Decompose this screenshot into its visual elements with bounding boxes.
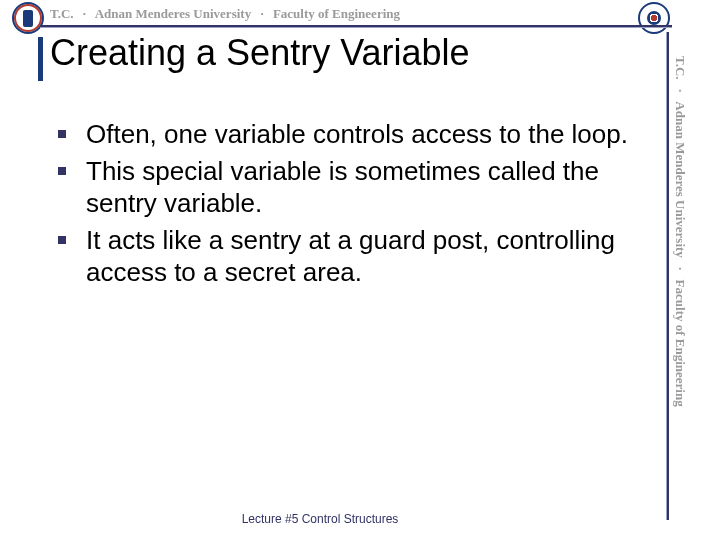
slide-body: Often, one variable controls access to t…: [58, 118, 640, 293]
right-divider: [667, 32, 669, 520]
list-item: It acts like a sentry at a guard post, c…: [58, 224, 640, 289]
banner-tc-side: T.C.: [673, 56, 688, 80]
square-bullet-icon: [58, 236, 66, 244]
banner-university-side: Adnan Menderes University: [673, 101, 688, 257]
bullet-text: This special variable is sometimes calle…: [86, 156, 599, 219]
square-bullet-icon: [58, 130, 66, 138]
list-item: Often, one variable controls access to t…: [58, 118, 640, 151]
slide-title: Creating a Sentry Variable: [50, 32, 650, 74]
title-accent-bar: [38, 37, 43, 81]
separator-icon: ·: [260, 6, 263, 21]
banner-faculty: Faculty of Engineering: [273, 6, 400, 21]
university-seal-icon: [12, 2, 44, 34]
square-bullet-icon: [58, 167, 66, 175]
banner-tc: T.C.: [50, 6, 74, 21]
right-banner: T.C. · Adnan Menderes University · Facul…: [671, 56, 688, 512]
top-banner: T.C. · Adnan Menderes University · Facul…: [50, 6, 662, 22]
slide: T.C. · Adnan Menderes University · Facul…: [0, 0, 720, 540]
bullet-list: Often, one variable controls access to t…: [58, 118, 640, 289]
top-divider-inner: [40, 27, 672, 28]
separator-icon: ·: [673, 267, 688, 270]
list-item: This special variable is sometimes calle…: [58, 155, 640, 220]
banner-university: Adnan Menderes University: [95, 6, 251, 21]
separator-icon: ·: [673, 89, 688, 92]
right-divider-inner: [666, 32, 667, 520]
faculty-seal-icon: [638, 2, 670, 34]
bullet-text: Often, one variable controls access to t…: [86, 119, 628, 149]
bullet-text: It acts like a sentry at a guard post, c…: [86, 225, 615, 288]
slide-footer: Lecture #5 Control Structures: [0, 512, 640, 526]
gear-icon: [647, 11, 661, 25]
separator-icon: ·: [83, 6, 86, 21]
shield-icon: [23, 10, 33, 27]
banner-faculty-side: Faculty of Engineering: [673, 280, 688, 407]
